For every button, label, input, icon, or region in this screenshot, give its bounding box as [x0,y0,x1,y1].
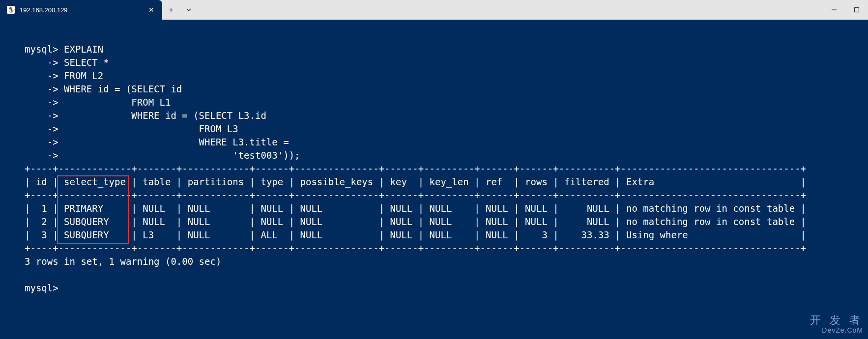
maximize-icon [854,7,860,13]
table-row: | 2 | SUBQUERY | NULL | NULL | NULL | NU… [25,215,854,228]
maximize-button[interactable] [845,0,868,20]
query-line: -> WHERE id = (SELECT id [25,83,854,96]
query-line: -> FROM L2 [25,69,854,83]
watermark-cn: 开 发 者 [810,314,863,326]
query-line: -> SELECT * [25,56,854,69]
close-tab-button[interactable]: ✕ [145,4,157,16]
query-line: -> 'test003')); [25,149,854,162]
watermark-en: DevZe.CoM [810,327,863,334]
table-header: | id | select_type | table | partitions … [25,175,854,189]
summary-line: 3 rows in set, 1 warning (0.00 sec) [25,255,854,268]
query-line: -> FROM L3 [25,122,854,136]
query-line: -> FROM L1 [25,96,854,109]
table-row: | 3 | SUBQUERY | L3 | NULL | ALL | NULL … [25,228,854,242]
chevron-down-icon [186,7,192,13]
query-block: mysql> EXPLAIN -> SELECT * -> FROM L2 ->… [25,43,854,162]
query-line: -> WHERE id = (SELECT L3.id [25,109,854,122]
table-border: +----+-------------+-------+------------… [25,242,854,255]
svg-rect-1 [855,8,859,12]
table-row: | 1 | PRIMARY | NULL | NULL | NULL | NUL… [25,202,854,215]
active-tab[interactable]: 🐧 192.168.200.129 ✕ [0,0,162,20]
tab-title: 192.168.200.129 [20,6,141,14]
tux-icon: 🐧 [7,6,15,14]
minimize-icon [831,7,837,13]
titlebar: 🐧 192.168.200.129 ✕ ＋ [0,0,868,20]
prompt-line: mysql> [25,282,854,295]
watermark: 开 发 者 DevZe.CoM [810,314,863,334]
terminal-output[interactable]: mysql> EXPLAIN -> SELECT * -> FROM L2 ->… [0,20,868,331]
query-line: -> WHERE L3.title = [25,136,854,149]
window-controls [823,0,868,20]
table-border: +----+-------------+-------+------------… [25,189,854,202]
minimize-button[interactable] [823,0,845,20]
query-line: mysql> EXPLAIN [25,43,854,56]
new-tab-button[interactable]: ＋ [162,0,180,20]
tab-dropdown-button[interactable] [180,0,198,20]
table-border: +----+-------------+-------+------------… [25,162,854,175]
